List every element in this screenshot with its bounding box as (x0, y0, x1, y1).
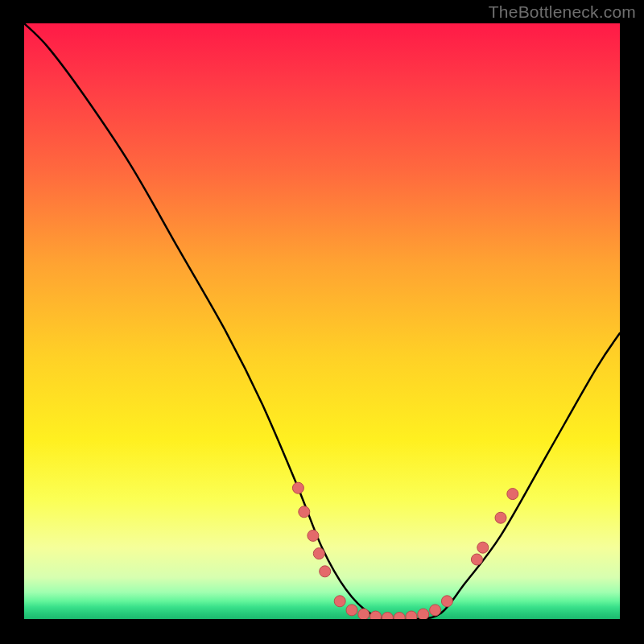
data-point (477, 542, 489, 553)
data-point (471, 554, 482, 565)
data-points (292, 482, 518, 619)
data-point (346, 605, 357, 616)
data-point (370, 611, 382, 619)
data-point (418, 609, 429, 619)
bottleneck-curve (24, 23, 620, 619)
data-point (382, 613, 393, 620)
data-point (406, 611, 417, 619)
data-point (430, 605, 441, 616)
data-point (308, 530, 319, 541)
data-point (358, 609, 369, 619)
data-point (495, 512, 506, 523)
curve-svg (24, 23, 620, 619)
data-point (334, 596, 345, 607)
chart-frame: TheBottleneck.com (0, 0, 644, 644)
data-point (313, 548, 324, 559)
data-point (441, 596, 452, 607)
data-point (394, 613, 405, 620)
data-point (507, 489, 518, 500)
plot-area (24, 23, 620, 619)
data-point (299, 506, 310, 518)
data-point (292, 482, 303, 493)
watermark-text: TheBottleneck.com (489, 2, 636, 22)
data-point (320, 566, 331, 577)
